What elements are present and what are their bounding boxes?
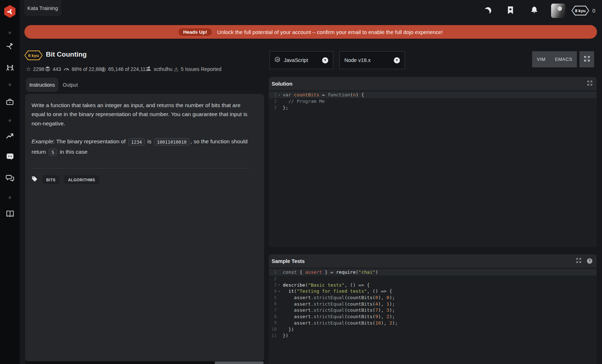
banner-message: Unlock the full potential of your accoun… <box>217 29 443 35</box>
code-line[interactable]: 1▾var countBits = function(n) { <box>269 92 597 98</box>
tag-algorithms[interactable]: ALGORITHMS <box>64 175 99 184</box>
chevron-down-icon: ▼ <box>322 57 328 63</box>
code-line[interactable]: 3▾describe("Basic tests", () => { <box>269 282 597 288</box>
javascript-icon: JS <box>274 57 280 64</box>
scrollbar-thumb[interactable] <box>215 361 264 364</box>
sidebar-dot-3 <box>0 119 20 122</box>
sidebar-item-discord[interactable] <box>0 152 20 162</box>
expand-icon <box>584 56 590 63</box>
avatar[interactable] <box>551 4 565 18</box>
code-line[interactable]: 10 }) <box>269 326 597 332</box>
example-paragraph: Example: The binary representation of 12… <box>32 136 249 157</box>
email-confirm-banner[interactable]: Heads Up! Unlock the full potential of y… <box>24 25 597 39</box>
tag-bits[interactable]: BITS <box>42 175 59 184</box>
stat-author[interactable]: xcthulhu <box>146 66 172 73</box>
tab-instructions[interactable]: Instructions <box>26 78 58 92</box>
codewars-logo-icon <box>4 5 16 18</box>
stat-value: 5 Issues Reported <box>181 66 221 72</box>
bookmark-icon[interactable] <box>507 6 514 16</box>
bell-icon[interactable] <box>531 6 538 16</box>
target-icon: ◎ <box>101 66 106 72</box>
code-line[interactable]: 7 assert.strictEqual(countBits(7), 3); <box>269 307 597 313</box>
sidebar-dot-1 <box>0 32 20 34</box>
horizontal-scrollbar[interactable] <box>25 361 264 364</box>
person-icon <box>146 66 152 72</box>
code-line[interactable]: 8 assert.strictEqual(countBits(9), 2); <box>269 313 597 320</box>
svg-text:JS: JS <box>276 58 279 61</box>
tag-row: BITS ALGORITHMS <box>32 175 255 184</box>
help-icon[interactable]: ? <box>587 258 592 264</box>
emacs-button[interactable]: EMACS <box>555 57 572 62</box>
sample-tests-editor[interactable]: 1const { assert } = require("chai")2 3▾d… <box>269 268 597 364</box>
codewars-logo[interactable] <box>0 5 20 18</box>
app-tab[interactable]: Kata Training <box>24 0 61 16</box>
sample-tests-header: Sample Tests ? <box>269 254 597 268</box>
sidebar-item-kumite[interactable] <box>0 64 20 74</box>
sidebar-dot-4 <box>0 196 20 199</box>
code-line[interactable]: 4▾ it("Testing for fixed tests", () => { <box>269 288 597 294</box>
code-line[interactable]: 2 <box>269 276 597 282</box>
fold-arrow-icon[interactable]: ▾ <box>277 93 282 97</box>
stat-issues[interactable]: ⚠ 5 Issues Reported <box>174 66 221 73</box>
briefcase-icon <box>6 98 14 107</box>
kumite-icon <box>6 64 14 74</box>
code-line[interactable]: 11}) <box>269 332 597 339</box>
sidebar-item-leaderboard[interactable] <box>0 132 20 142</box>
tab-output[interactable]: Output <box>63 78 78 92</box>
sidebar-item-careers[interactable] <box>0 98 20 107</box>
tab-label: Instructions <box>29 82 55 88</box>
sidebar-item-docs[interactable] <box>0 210 20 220</box>
inline-code: 1234 <box>128 138 145 145</box>
inline-code: 10011010010 <box>154 138 190 145</box>
fold-arrow-icon[interactable]: ▾ <box>277 289 282 293</box>
language-select[interactable]: JS JavaScript ▼ <box>269 51 333 69</box>
stat-value: 88% of 22,880 <box>72 66 104 72</box>
expand-icon[interactable] <box>576 258 581 264</box>
kata-rank-badge: 6 kyu <box>24 51 43 60</box>
gutter: 8 <box>269 314 282 319</box>
description-paragraph: Write a function that takes an integer a… <box>32 101 249 128</box>
expand-icon[interactable] <box>587 81 592 87</box>
left-sidebar <box>0 0 20 364</box>
fullscreen-button[interactable] <box>579 51 594 67</box>
solution-editor[interactable]: 1▾var countBits = function(n) {2 // Prog… <box>269 90 597 247</box>
example-label: Example <box>32 138 53 144</box>
code-line[interactable]: 6 assert.strictEqual(countBits(4), 1); <box>269 301 597 307</box>
runtime-select[interactable]: Node v18.x ▼ <box>339 51 405 69</box>
gutter: 2 <box>269 276 282 281</box>
chevron-down-icon: ▼ <box>394 57 400 63</box>
kata-rank-label: 6 kyu <box>25 51 42 59</box>
user-rank-badge[interactable]: 8 kyu <box>572 6 589 15</box>
layers-icon <box>45 66 51 73</box>
sidebar-item-kata[interactable] <box>0 42 20 52</box>
instructions-panel: Write a function that takes an integer a… <box>25 94 264 361</box>
code-line[interactable]: 9 assert.strictEqual(countBits(10), 2); <box>269 320 597 326</box>
gutter: 5 <box>269 295 282 300</box>
tag-icon <box>32 176 38 183</box>
kata-title: Bit Counting <box>46 51 87 58</box>
gutter: 7 <box>269 308 282 313</box>
code-line[interactable]: 3}; <box>269 104 597 111</box>
language-value: JavaScript <box>284 57 308 63</box>
gutter: 6 <box>269 301 282 306</box>
solution-header: Solution <box>269 77 597 90</box>
code-line[interactable]: 2 // Program Me <box>269 98 597 105</box>
stat-completed: ◎ 65,146 of 224,112 <box>101 66 148 73</box>
example-text: is <box>146 138 153 144</box>
editor-mode-buttons: VIM EMACS <box>532 51 577 67</box>
discord-icon <box>6 152 14 162</box>
stat-satisfaction: 88% of 22,880 <box>63 66 104 73</box>
stat-stars: ☆ 2298 <box>26 66 44 73</box>
code-line[interactable]: 5 assert.strictEqual(countBits(0), 0); <box>269 294 597 301</box>
tab-label: Output <box>63 82 78 88</box>
moon-icon[interactable] <box>484 6 492 15</box>
stat-value: 65,146 of 224,112 <box>108 66 148 72</box>
gutter: 10 <box>269 327 282 332</box>
vim-button[interactable]: VIM <box>537 57 545 62</box>
stat-collections: 443 <box>45 66 61 73</box>
sample-tests-title: Sample Tests <box>272 258 305 264</box>
runtime-value: Node v18.x <box>344 57 371 63</box>
fold-arrow-icon[interactable]: ▾ <box>277 283 282 287</box>
sidebar-item-forum[interactable] <box>0 174 20 184</box>
code-line[interactable]: 1const { assert } = require("chai") <box>269 269 597 276</box>
